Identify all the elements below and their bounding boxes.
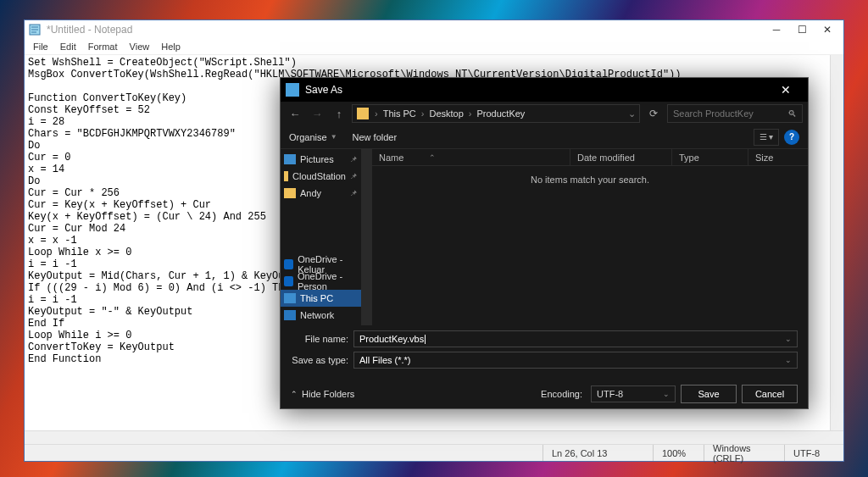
chevron-down-icon[interactable]: ⌄ bbox=[785, 335, 792, 343]
pin-icon: 📌︎ bbox=[350, 189, 358, 197]
col-size[interactable]: Size bbox=[748, 149, 808, 165]
save-as-dialog: Save As ✕ ← → ↑ › This PC› Desktop› Prod… bbox=[280, 77, 809, 409]
search-placeholder: Search ProductKey bbox=[673, 108, 754, 119]
dialog-close-button[interactable]: ✕ bbox=[769, 78, 803, 102]
hide-folders-button[interactable]: ⌃Hide Folders bbox=[291, 389, 354, 399]
new-folder-button[interactable]: New folder bbox=[353, 132, 398, 142]
col-type[interactable]: Type bbox=[672, 149, 748, 165]
breadcrumb[interactable]: › This PC› Desktop› ProductKey ⌄ bbox=[352, 104, 640, 123]
notepad-icon bbox=[28, 23, 42, 36]
menu-view[interactable]: View bbox=[124, 42, 156, 52]
col-date[interactable]: Date modified bbox=[570, 149, 672, 165]
minimize-button[interactable]: ─ bbox=[764, 20, 789, 39]
tree-item-network[interactable]: Network bbox=[281, 307, 361, 324]
menu-file[interactable]: File bbox=[27, 42, 54, 52]
status-eol: Windows (CRLF) bbox=[704, 445, 784, 461]
filename-input[interactable]: ProductKey.vbs⌄ bbox=[353, 330, 798, 347]
save-icon bbox=[286, 83, 299, 97]
encoding-select[interactable]: UTF-8⌄ bbox=[591, 385, 676, 402]
dialog-title: Save As bbox=[305, 84, 769, 96]
menu-edit[interactable]: Edit bbox=[54, 42, 82, 52]
tree-scrollbar[interactable] bbox=[362, 149, 371, 325]
notepad-menubar: File Edit Format View Help bbox=[25, 39, 843, 55]
sort-indicator-icon: ⌃ bbox=[429, 153, 436, 162]
tree-item-pictures[interactable]: Pictures📌︎ bbox=[281, 151, 361, 168]
crumb-thispc[interactable]: This PC bbox=[380, 108, 420, 119]
encoding-label: Encoding: bbox=[541, 389, 582, 399]
refresh-button[interactable]: ⟳ bbox=[643, 104, 664, 123]
vertical-scrollbar[interactable] bbox=[830, 55, 843, 430]
status-zoom: 100% bbox=[653, 445, 704, 461]
search-input[interactable]: Search ProductKey 🔍︎ bbox=[667, 104, 803, 123]
network-icon bbox=[284, 310, 296, 320]
saveastype-select[interactable]: All Files (*.*)⌄ bbox=[353, 352, 798, 369]
filename-label: File name: bbox=[291, 334, 353, 344]
list-empty-message: No items match your search. bbox=[372, 166, 808, 325]
cloud-icon bbox=[284, 276, 293, 286]
folder-icon bbox=[284, 171, 288, 181]
tree-item-cloudstation[interactable]: CloudStation📌︎ bbox=[281, 168, 361, 185]
notepad-title: *Untitled - Notepad bbox=[47, 24, 132, 36]
navigation-tree: Pictures📌︎ CloudStation📌︎ Andy📌︎ OneDriv… bbox=[281, 149, 362, 325]
nav-back-button[interactable]: ← bbox=[286, 104, 304, 123]
menu-format[interactable]: Format bbox=[82, 42, 124, 52]
nav-forward-button[interactable]: → bbox=[308, 104, 326, 123]
pin-icon: 📌︎ bbox=[350, 155, 358, 164]
tree-item-thispc[interactable]: This PC bbox=[281, 290, 361, 307]
tree-item-onedrive2[interactable]: OneDrive - Person bbox=[281, 273, 361, 290]
organise-button[interactable]: Organise▼ bbox=[289, 132, 337, 142]
pc-icon bbox=[284, 293, 296, 303]
cloud-icon bbox=[284, 259, 293, 269]
dialog-titlebar[interactable]: Save As ✕ bbox=[281, 78, 808, 102]
maximize-button[interactable]: ☐ bbox=[789, 20, 815, 39]
close-button[interactable]: ✕ bbox=[815, 20, 840, 39]
crumb-desktop[interactable]: Desktop bbox=[426, 108, 466, 119]
folder-icon bbox=[284, 188, 296, 198]
pictures-icon bbox=[284, 154, 296, 164]
chevron-down-icon[interactable]: ⌄ bbox=[785, 356, 792, 364]
dialog-navbar: ← → ↑ › This PC› Desktop› ProductKey ⌄ ⟳… bbox=[281, 102, 808, 125]
nav-up-button[interactable]: ↑ bbox=[330, 104, 348, 123]
crumb-dropdown-icon[interactable]: ⌄ bbox=[626, 108, 637, 119]
notepad-statusbar: Ln 26, Col 13 100% Windows (CRLF) UTF-8 bbox=[25, 444, 843, 461]
save-button[interactable]: Save bbox=[681, 385, 737, 403]
dialog-fields: File name: ProductKey.vbs⌄ Save as type:… bbox=[281, 325, 808, 380]
chevron-down-icon[interactable]: ⌄ bbox=[663, 390, 670, 398]
saveastype-label: Save as type: bbox=[291, 355, 353, 365]
search-icon: 🔍︎ bbox=[787, 108, 797, 119]
crumb-productkey[interactable]: ProductKey bbox=[474, 108, 529, 119]
tree-item-onedrive1[interactable]: OneDrive - Keluar bbox=[281, 256, 361, 273]
tree-item-andy[interactable]: Andy📌︎ bbox=[281, 185, 361, 202]
dialog-footer: ⌃Hide Folders Encoding: UTF-8⌄ Save Canc… bbox=[281, 380, 808, 408]
chevron-up-icon: ⌃ bbox=[291, 390, 298, 398]
menu-help[interactable]: Help bbox=[155, 42, 186, 52]
col-name[interactable]: Name⌃ bbox=[372, 149, 570, 165]
help-button[interactable]: ? bbox=[784, 130, 799, 145]
dialog-toolbar: Organise▼ New folder ☰ ▾ ? bbox=[281, 125, 808, 149]
folder-icon bbox=[357, 108, 369, 119]
file-list: Name⌃ Date modified Type Size No items m… bbox=[372, 149, 808, 325]
pin-icon: 📌︎ bbox=[350, 172, 358, 180]
status-position: Ln 26, Col 13 bbox=[542, 445, 653, 461]
notepad-titlebar[interactable]: *Untitled - Notepad ─ ☐ ✕ bbox=[25, 20, 843, 39]
view-mode-button[interactable]: ☰ ▾ bbox=[754, 129, 779, 146]
status-encoding: UTF-8 bbox=[784, 445, 843, 461]
cancel-button[interactable]: Cancel bbox=[742, 385, 798, 403]
list-header: Name⌃ Date modified Type Size bbox=[372, 149, 808, 166]
